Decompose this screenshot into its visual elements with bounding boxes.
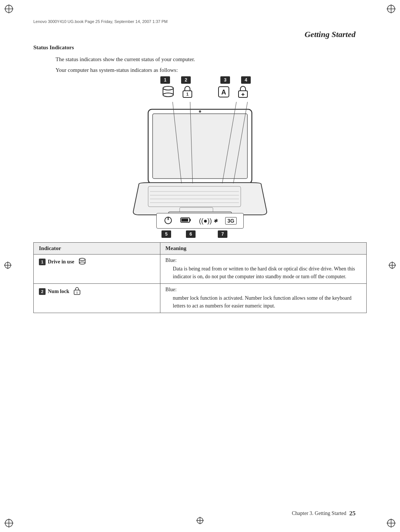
bottom-center-mark [196,516,204,526]
drive-table-icon [78,257,86,266]
indicator-table: Indicator Meaning 1 Drive in use [33,242,367,313]
meaning-color-1: Blue: [166,257,361,263]
corner-mark-tr [386,4,396,14]
corner-mark-tl [4,4,14,14]
indicator-name-2: Num lock [48,289,69,295]
indicator-badge-1: 1 [39,259,46,265]
svg-text:A: A [221,89,226,96]
svg-text:1: 1 [186,92,189,96]
indicator-num-7: 7 [218,230,227,238]
table-header-meaning: Meaning [160,243,366,255]
meaning-desc-2: number lock function is activated. Numbe… [173,294,361,310]
page-footer: Chapter 3. Getting Started 25 [33,510,356,517]
page-title: Getting Started [304,30,356,39]
scroll-lock-icon [236,86,250,100]
battery-icon [180,216,191,225]
svg-text:1: 1 [76,291,78,294]
footer-page-number: 25 [349,510,356,517]
side-mark-right [388,261,396,271]
indicator-name-1: Drive in use [48,259,74,265]
side-mark-left [4,261,12,271]
table-row: 1 Drive in use Blue: [34,255,367,284]
table-row: 2 Num lock 1 Blue: number lock fu [34,284,367,313]
page-header-meta: Lenovo 3000Y410 UG.book Page 25 Friday, … [33,19,367,24]
svg-rect-53 [190,219,191,221]
svg-point-34 [199,110,201,113]
indicator-badge-2: 2 [39,288,46,295]
numlock-icon: 1 [181,86,194,100]
table-header-indicator: Indicator [34,243,160,255]
intro-text-1: The status indicators show the current s… [56,55,367,64]
capslock-icon: A [217,86,230,100]
power-icon [163,215,173,226]
indicator-num-3: 3 [220,76,230,84]
indicator-numlock-cell: 2 Num lock 1 [34,284,160,313]
svg-point-21 [163,86,173,90]
meaning-desc-1: Data is being read from or written to th… [173,265,361,280]
indicator-meaning-2: Blue: number lock function is activated.… [160,284,366,313]
diagram-section: 1 2 3 4 [33,76,367,238]
laptop-diagram [111,102,289,224]
indicator-num-1: 1 [160,76,170,84]
indicator-num-5: 5 [161,230,171,238]
svg-point-55 [79,258,85,260]
svg-rect-54 [181,219,188,222]
wireless-bt-icon: ((●))✱ [199,217,218,225]
intro-text-2: Your computer has system-status indicato… [56,66,367,74]
corner-mark-bl [4,518,14,528]
corner-mark-br [386,518,396,528]
3g-icon: 3G [225,217,237,225]
svg-point-24 [163,93,173,97]
indicator-drive-cell: 1 Drive in use [34,255,160,284]
footer-chapter-text: Chapter 3. Getting Started [292,511,346,516]
content-area: Status Indicators The status indicators … [33,44,367,502]
meaning-color-2: Blue: [166,287,361,293]
drive-icon [161,85,175,100]
indicator-meaning-1: Blue: Data is being read from or written… [160,255,366,284]
svg-rect-33 [153,114,247,179]
section-heading: Status Indicators [33,44,367,51]
numlock-table-icon: 1 [73,287,81,296]
svg-point-58 [79,262,85,264]
indicator-num-4: 4 [241,76,251,84]
indicator-num-2: 2 [181,76,191,84]
indicator-num-6: 6 [186,230,196,238]
